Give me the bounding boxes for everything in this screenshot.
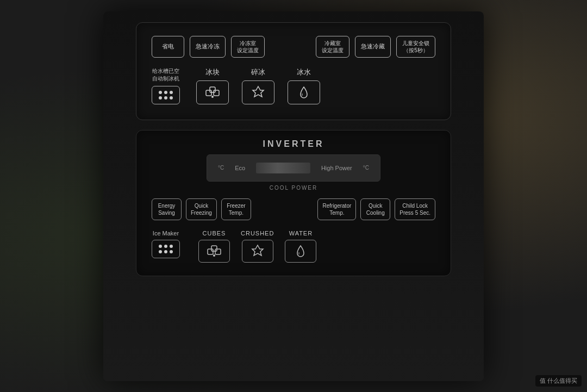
watermark: 值 什么值得买: [535, 375, 582, 387]
en-energy-saving-line2: Saving: [158, 209, 175, 216]
cn-quick-freeze-button[interactable]: 急速冷冻: [190, 36, 226, 58]
svg-rect-7: [215, 249, 221, 254]
svg-point-9: [213, 254, 215, 257]
en-energy-saving-line1: Energy: [158, 202, 176, 209]
svg-rect-0: [206, 90, 211, 96]
en-cubes-item: CUBES: [198, 230, 230, 263]
crushed-icon: [249, 85, 267, 100]
cn-btn-row1: 省电 急速冷冻 冷冻室设定温度 冷藏室设定温度 急速冷藏 儿童安全锁（按5秒）: [152, 36, 435, 58]
en-quick-freezing-button[interactable]: Quick Freezing: [186, 198, 217, 220]
en-cubes-label: CUBES: [203, 230, 226, 237]
en-crushed-item: CRUSHED: [241, 230, 274, 263]
svg-point-3: [211, 96, 214, 98]
en-cubes-icon: [205, 244, 223, 259]
en-crushed-button[interactable]: [242, 240, 273, 263]
en-water-button[interactable]: [285, 240, 316, 263]
cn-freezer-temp-button[interactable]: 冷冻室设定温度: [231, 36, 265, 58]
en-quick-freezing-line1: Quick: [195, 202, 209, 209]
en-quick-cooling-line2: Cooling: [366, 209, 385, 216]
en-energy-saving-button[interactable]: Energy Saving: [152, 198, 182, 220]
en-ice-section: Ice Maker CUBES: [152, 230, 435, 263]
cn-right-buttons: 冷藏室设定温度 急速冷藏 儿童安全锁（按5秒）: [316, 36, 435, 58]
en-crushed-icon: [249, 244, 266, 259]
fridge-panel: 省电 急速冷冻 冷冻室设定温度 冷藏室设定温度 急速冷藏 儿童安全锁（按5秒） …: [103, 11, 484, 381]
bar-inner: [256, 163, 310, 173]
cn-ice-section: 给水槽已空 自动制冰机 冰块: [152, 67, 435, 104]
cubes-icon: [204, 85, 221, 100]
cn-cubes-button[interactable]: [196, 80, 229, 104]
cn-water-label: 冰水: [297, 67, 311, 77]
cn-cubes-item: 冰块: [196, 67, 229, 104]
cn-ice-maker-label: 给水槽已空 自动制冰机: [152, 67, 179, 83]
en-freezer-temp-button[interactable]: Freezer Temp.: [221, 198, 251, 220]
cool-power-bar: °C Eco High Power °C: [207, 154, 380, 182]
cn-ice-types: 冰块 碎冰: [196, 67, 320, 104]
svg-rect-1: [214, 90, 219, 96]
cn-child-lock-button[interactable]: 儿童安全锁（按5秒）: [396, 36, 435, 58]
svg-rect-6: [208, 249, 213, 254]
en-child-lock-button[interactable]: Child Lock Press 5 Sec.: [395, 198, 435, 220]
cn-water-item: 冰水: [288, 67, 320, 104]
cn-water-button[interactable]: [288, 80, 320, 104]
en-child-lock-line2: Press 5 Sec.: [399, 209, 430, 216]
en-water-label: WATER: [289, 230, 313, 237]
en-ice-types: CUBES CRUSHED: [198, 230, 316, 263]
inverter-section: INVERTER °C Eco High Power °C COOL POWER: [152, 139, 435, 191]
en-ice-maker-button[interactable]: [152, 240, 180, 258]
inverter-title: INVERTER: [152, 139, 435, 149]
en-btn-row: Energy Saving Quick Freezing Freezer Tem…: [152, 198, 435, 220]
en-crushed-label: CRUSHED: [241, 230, 274, 237]
cn-crushed-item: 碎冰: [242, 67, 274, 104]
en-cubes-button[interactable]: [198, 240, 230, 263]
en-panel: INVERTER °C Eco High Power °C COOL POWER…: [136, 130, 451, 276]
bar-right-celsius: °C: [363, 165, 369, 171]
en-freezer-temp-line1: Freezer: [227, 202, 245, 209]
en-water-icon: [292, 244, 309, 259]
svg-rect-2: [210, 87, 215, 92]
svg-marker-4: [253, 86, 264, 97]
cn-left-buttons: 省电 急速冷冻 冷冻室设定温度: [152, 36, 265, 58]
en-quick-freezing-line2: Freezing: [191, 209, 212, 216]
cool-power-text: COOL POWER: [152, 185, 435, 191]
cn-crushed-button[interactable]: [242, 80, 274, 104]
en-ice-maker-label: Ice Maker: [153, 230, 179, 237]
ice-maker-dots-icon: [159, 91, 173, 99]
svg-rect-8: [211, 246, 217, 251]
svg-marker-10: [252, 245, 263, 256]
cn-panel: 省电 急速冷冻 冷冻室设定温度 冷藏室设定温度 急速冷藏 儿童安全锁（按5秒） …: [136, 22, 451, 120]
en-fridge-temp-line2: Temp.: [329, 209, 344, 216]
en-ice-maker-group: Ice Maker: [152, 230, 180, 258]
cn-quick-cool-button[interactable]: 急速冷藏: [355, 36, 391, 58]
cn-energy-saving-button[interactable]: 省电: [152, 36, 184, 58]
bar-eco-label: Eco: [235, 165, 245, 171]
cn-ice-maker-group: 给水槽已空 自动制冰机: [152, 67, 180, 104]
bar-left-celsius: °C: [218, 165, 224, 171]
en-fridge-temp-button[interactable]: Refrigerator Temp.: [317, 198, 356, 220]
water-icon: [295, 85, 313, 100]
cn-ice-maker-button[interactable]: [152, 86, 180, 104]
en-water-item: WATER: [285, 230, 316, 263]
bar-high-power-label: High Power: [321, 165, 352, 171]
cn-cubes-label: 冰块: [205, 67, 220, 77]
en-quick-cooling-button[interactable]: Quick Cooling: [360, 198, 390, 220]
cn-fridge-temp-button[interactable]: 冷藏室设定温度: [316, 36, 349, 58]
en-freezer-temp-line2: Temp.: [229, 209, 243, 216]
en-ice-maker-dots-icon: [159, 245, 173, 253]
cn-crushed-label: 碎冰: [251, 67, 265, 77]
en-quick-cooling-line1: Quick: [369, 202, 383, 209]
en-fridge-temp-line1: Refrigerator: [322, 202, 351, 209]
en-child-lock-line1: Child Lock: [402, 202, 428, 209]
